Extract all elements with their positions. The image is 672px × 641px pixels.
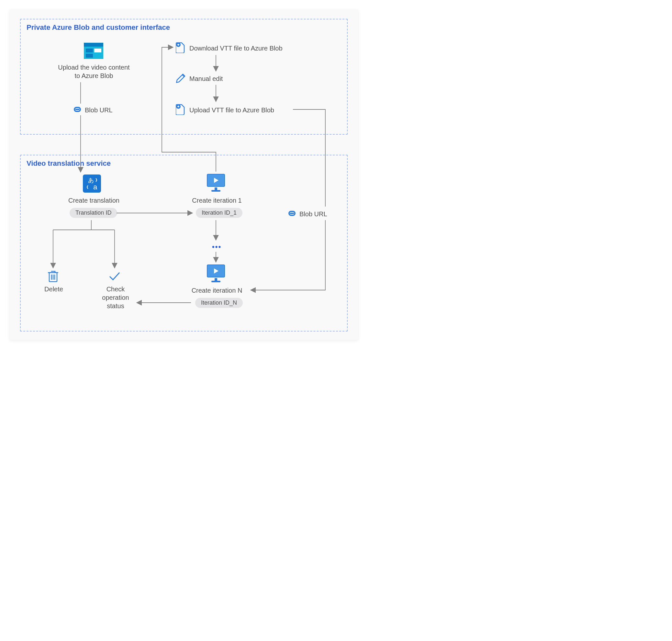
upload-file-icon — [176, 103, 186, 116]
label-create-iterN: Create iteration N — [184, 286, 249, 295]
svg-text:a: a — [93, 183, 97, 191]
label-upload-video: Upload the video content to Azure Blob — [55, 63, 133, 80]
label-check-status: Check operation status — [98, 285, 133, 310]
label-create-translation: Create translation — [61, 196, 126, 205]
diagram-canvas: Private Azure Blob and customer interfac… — [10, 10, 358, 340]
label-create-iter1: Create iteration 1 — [184, 196, 249, 205]
link-icon — [287, 209, 298, 219]
label-blob-url: Blob URL — [85, 106, 124, 114]
svg-rect-5 — [76, 109, 79, 110]
region-service-title: Video translation service — [27, 159, 111, 168]
label-delete: Delete — [41, 285, 67, 293]
label-upload-vtt: Upload VTT file to Azure Blob — [189, 106, 306, 114]
label-blob-url-2: Blob URL — [299, 210, 338, 218]
svg-rect-13 — [215, 188, 217, 190]
pill-iter-idN: Iteration ID_N — [195, 298, 243, 308]
svg-rect-20 — [290, 213, 294, 214]
svg-rect-14 — [211, 190, 220, 192]
pill-iter-id1: Iteration ID_1 — [196, 208, 243, 218]
region-service: Video translation service — [20, 155, 348, 331]
translate-icon: あ a — [83, 175, 101, 194]
svg-rect-0 — [84, 43, 103, 46]
svg-text:あ: あ — [88, 177, 94, 183]
download-file-icon — [176, 41, 186, 54]
svg-rect-2 — [86, 49, 93, 52]
play-monitor-icon — [206, 264, 226, 285]
label-manual-edit: Manual edit — [189, 74, 254, 83]
region-blob-title: Private Azure Blob and customer interfac… — [27, 23, 170, 32]
pencil-icon — [176, 73, 186, 84]
svg-rect-18 — [211, 281, 220, 282]
play-monitor-icon — [206, 173, 226, 194]
link-icon — [72, 105, 83, 115]
pill-translation-id: Translation ID — [70, 208, 117, 218]
trash-icon — [47, 270, 59, 284]
check-icon — [108, 271, 121, 283]
svg-rect-17 — [215, 278, 217, 281]
label-download-vtt: Download VTT file to Azure Blob — [189, 44, 306, 52]
app-tile-icon — [84, 43, 103, 60]
ellipsis-icon: ••• — [212, 243, 221, 251]
svg-rect-3 — [94, 49, 101, 52]
svg-rect-4 — [86, 54, 93, 58]
